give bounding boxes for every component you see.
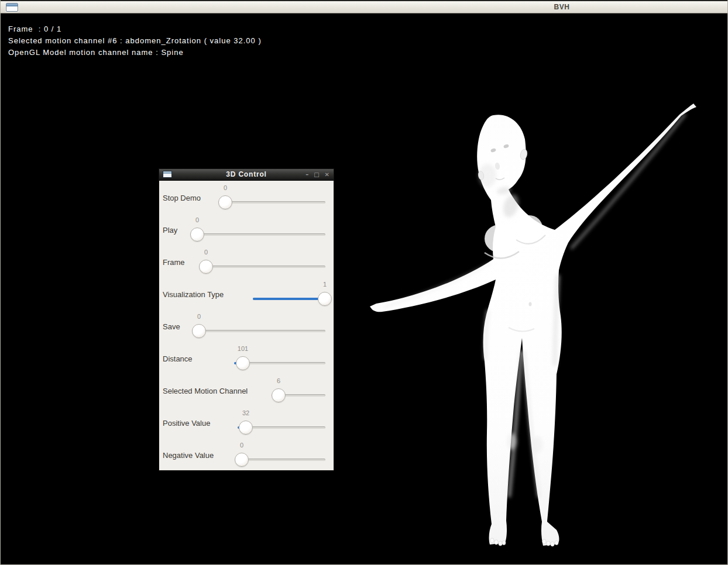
slider-label: Frame [163,258,185,267]
slider-handle[interactable] [199,260,213,274]
slider-handle[interactable] [318,292,332,306]
window-icon [6,3,18,12]
minimize-icon[interactable]: – [305,172,308,178]
slider-label: Negative Value [163,451,214,460]
slider-value: 0 [188,249,224,256]
slider-handle[interactable] [239,421,253,435]
slider-track[interactable] [190,233,325,236]
slider-handle[interactable] [190,228,204,242]
maximize-icon[interactable]: □ [314,172,319,178]
control-titlebar[interactable]: 3D Control – □ ✕ [159,169,334,181]
hud-model-line: OpenGL Model motion channel name : Spine [8,47,262,58]
slider-label: Visualization Type [163,290,224,299]
hud-overlay: Frame : 0 / 1 Selected motion channel #6… [8,23,262,58]
close-icon[interactable]: ✕ [325,172,329,178]
slider-label: Save [163,322,180,332]
slider-track[interactable] [218,201,325,204]
slider-value: 0 [224,442,259,449]
slider-value: 6 [261,377,296,385]
application-window: BVH [0,0,728,565]
slider-value: 0 [180,216,215,224]
opengl-viewport[interactable] [1,13,728,565]
slider-value: 1 [307,281,342,288]
slider-label: Play [163,226,177,235]
slider-track[interactable] [199,266,325,268]
slider-track[interactable] [192,330,325,332]
slider-handle[interactable] [272,388,286,402]
human-model-render [1,13,728,565]
slider-label: Positive Value [163,419,210,428]
slider-label: Selected Motion Channel [163,387,248,396]
slider-handle[interactable] [192,324,206,338]
window-title: BVH [541,3,582,11]
control-window: 3D Control – □ ✕ Stop Demo 0 Play 0 Fram… [159,168,334,471]
control-window-buttons: – □ ✕ [305,169,329,180]
main-titlebar[interactable]: BVH [1,0,727,13]
slider-value: 101 [225,345,260,353]
slider-value: 0 [181,313,217,321]
slider-label: Distance [163,354,193,364]
slider-handle[interactable] [235,453,249,467]
hud-channel-line: Selected motion channel #6 : abdomen_Zro… [8,35,262,47]
slider-value: 32 [228,409,263,417]
slider-handle[interactable] [236,356,250,370]
slider-label: Stop Demo [163,194,201,203]
slider-handle[interactable] [218,195,232,209]
slider-fill [253,298,325,300]
hud-frame-line: Frame : 0 / 1 [8,23,262,35]
slider-value: 0 [208,184,243,192]
